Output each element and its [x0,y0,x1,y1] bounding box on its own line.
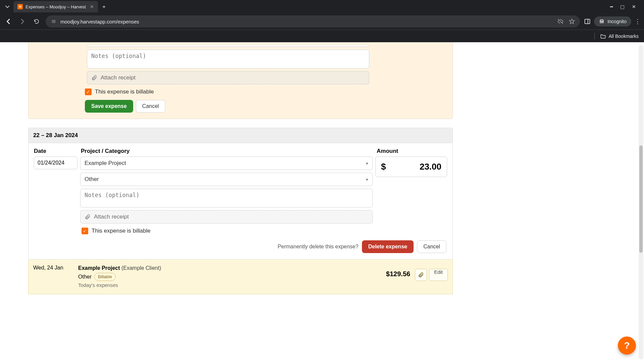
tab-title: Expenses – Moodjoy – Harvest [25,4,86,9]
tab-search-button[interactable] [3,2,12,11]
cancel-delete-button[interactable]: Cancel [417,240,446,253]
project-select[interactable]: Example Project ▾ [80,157,373,170]
minimize-icon[interactable]: ━ [610,4,613,9]
billable-row-top: ✓ This expense is billable [32,84,449,95]
paperclip-icon [91,75,97,81]
attach-receipt[interactable]: Attach receipt [80,210,373,224]
amount-value: 23.00 [420,162,441,172]
list-category: Other [78,273,92,281]
paperclip-icon [85,214,91,220]
billable-row: ✓ This expense is billable [29,224,452,234]
expense-form-edit: Date Project / Category Amount 01/24/202… [28,143,453,259]
window-controls: ━ ▢ ✕ [610,4,641,9]
list-project: Example Project [78,265,120,271]
cancel-button-top[interactable]: Cancel [136,100,165,113]
delete-prompt-text: Permanently delete this expense? [278,244,359,250]
tab-strip: H Expenses – Moodjoy – Harvest ✕ ＋ ━ ▢ ✕ [0,0,644,13]
site-settings-icon[interactable] [50,18,57,25]
billable-label: This expense is billable [92,228,151,234]
svg-point-2 [600,21,602,23]
address-bar[interactable]: moodjoy.harvestapp.com/expenses [46,15,580,27]
attach-receipt-label: Attach receipt [101,74,136,81]
incognito-indicator[interactable]: Incognito [594,16,631,26]
bookmarks-bar: All Bookmarks [0,29,644,42]
page-viewport: Attach receipt ✓ This expense is billabl… [0,42,644,362]
expense-form-top: Attach receipt ✓ This expense is billabl… [28,42,453,119]
save-expense-button[interactable]: Save expense [85,100,133,113]
eye-off-icon[interactable] [557,18,564,25]
date-input[interactable]: 01/24/2024 [34,157,77,169]
project-select-value: Example Project [85,160,126,167]
col-date-label: Date [34,148,81,155]
week-range-header: 22 – 28 Jan 2024 [28,128,453,143]
close-window-icon[interactable]: ✕ [632,4,636,9]
svg-rect-0 [585,19,590,23]
incognito-icon [599,18,605,24]
help-fab-button[interactable]: ? [618,337,636,355]
forward-button[interactable] [17,16,28,26]
delete-confirm-row: Permanently delete this expense? Delete … [29,234,452,259]
notes-input-top[interactable] [87,50,369,68]
billable-badge: Billable [94,273,116,281]
star-icon[interactable] [569,18,575,25]
list-notes: Today's expenses [78,282,381,289]
favicon-icon: H [17,4,23,9]
browser-tab[interactable]: H Expenses – Moodjoy – Harvest ✕ [13,1,98,12]
billable-checkbox[interactable]: ✓ [82,228,88,234]
attach-receipt-label: Attach receipt [94,214,129,220]
edit-expense-button[interactable]: Edit [429,269,448,281]
delete-expense-button[interactable]: Delete expense [362,240,414,253]
expense-list-row: Wed, 24 Jan Example Project (Example Cli… [28,259,453,294]
new-tab-button[interactable]: ＋ [99,2,109,11]
amount-input[interactable]: $ 23.00 [375,157,447,177]
browser-toolbar: moodjoy.harvestapp.com/expenses Incognit… [0,13,644,29]
col-project-label: Project / Category [81,148,375,155]
browser-chrome: H Expenses – Moodjoy – Harvest ✕ ＋ ━ ▢ ✕… [0,0,644,42]
all-bookmarks-link[interactable]: All Bookmarks [609,34,639,39]
list-date: Wed, 24 Jan [33,264,73,271]
chevron-down-icon: ▾ [366,161,368,166]
billable-label-top: This expense is billable [95,88,154,95]
list-amount: $129.56 [386,264,410,278]
folder-icon [600,33,606,39]
maximize-icon[interactable]: ▢ [620,4,625,9]
category-select-value: Other [85,176,99,183]
attach-receipt-top[interactable]: Attach receipt [87,71,369,84]
incognito-label: Incognito [607,19,627,24]
kebab-menu-icon[interactable]: ⋮ [635,18,641,25]
currency-symbol: $ [381,162,386,172]
url-text: moodjoy.harvestapp.com/expenses [60,19,139,24]
page-scrollbar[interactable] [639,45,643,359]
close-tab-icon[interactable]: ✕ [90,4,94,9]
billable-checkbox-top[interactable]: ✓ [85,88,92,95]
svg-point-3 [602,21,604,23]
chevron-down-icon: ▾ [366,177,368,182]
receipt-attachment-button[interactable] [415,269,427,281]
reload-button[interactable] [32,16,42,26]
scrollbar-thumb[interactable] [639,145,643,253]
list-client: (Example Client) [121,265,161,271]
back-button[interactable] [3,16,13,26]
notes-input[interactable] [80,189,373,207]
col-amount-label: Amount [375,148,447,155]
side-panel-icon[interactable] [584,18,591,25]
category-select[interactable]: Other ▾ [80,173,373,186]
